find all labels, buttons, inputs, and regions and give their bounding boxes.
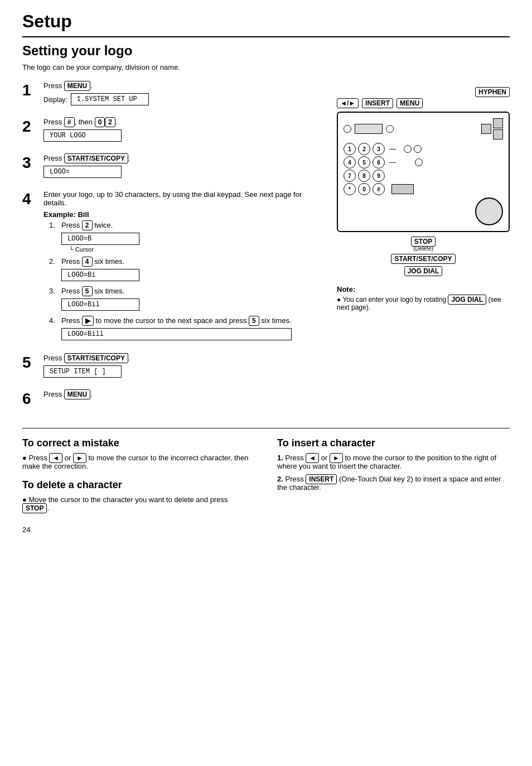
sub-step-2-text: Press 4 six times. [61,257,139,266]
nav-arrow-key: ◄/► [337,98,359,108]
ssc-key-3: START/SET/COPY [64,153,128,163]
keypad-row-4: * 0 # [344,183,503,195]
indicator-circle-2 [386,125,394,133]
inner-device: 1 2 3 — 4 5 6 — [337,112,510,232]
right-column: HYPHEN ◄/► INSERT MENU [337,81,510,415]
menu-key-device: MENU [396,98,423,108]
sub-step-3-num: 3. [49,287,61,295]
two-key: 2 [105,117,115,127]
step-2: 2 Press #, then 02. YOUR LOGO [22,118,326,146]
stop-btn-area: STOP (Delete) [411,237,436,252]
step-4-text: Enter your logo, up to 30 characters, by… [43,190,326,207]
left-indicators [344,124,394,134]
step-4: 4 Enter your logo, up to 30 characters, … [22,190,326,346]
note-text: You can enter your logo by rotating JOG … [337,296,510,311]
mid-circle-1 [404,145,412,153]
sub-step-1-num: 1. [49,221,61,229]
num-btn-1: 1 [344,143,356,155]
sub-step-3-text: Press 5 six times. [61,287,139,295]
display-sub1: LOGO=B [61,233,139,245]
stop-sublabel: (Delete) [411,245,436,252]
bottom-section: To correct a mistake Press ◄ or ► to mov… [22,428,510,514]
section-title: Setting your logo [22,43,510,59]
ssc-key-device: START/SET/COPY [391,254,455,264]
sub-step-3-content: Press 5 six times. LOGO=Bil [61,287,139,313]
mid-circle-3 [415,158,423,166]
step-4-content: Enter your logo, up to 30 characters, by… [43,190,326,346]
num-btn-hash: # [373,183,385,195]
indicator-circle-1 [344,125,351,133]
insert-key: INSERT [362,98,393,108]
insert-key-bottom: INSERT [306,474,337,484]
jog-dial-note: JOG DIAL [448,295,486,305]
func-rect [391,184,414,194]
display-sub4: LOGO=Bill [61,328,292,340]
small-rect-top [481,124,491,134]
key-2-sub1: 2 [82,220,93,230]
display-box-3: LOGO= [43,166,122,178]
main-content: 1 Press MENU. Display: 1.SYSTEM SET UP 2… [22,81,510,415]
step-5-number: 5 [22,354,43,370]
step-2-content: Press #, then 02. YOUR LOGO [43,118,326,146]
correct-title: To correct a mistake [22,437,255,449]
right-indicators [481,118,503,139]
hash-key: # [64,117,75,127]
sub-step-1: 1. Press 2 twice. LOGO=B Cursor [49,221,326,254]
right-small-rects [493,118,503,139]
nav-row: ◄/► INSERT MENU [337,98,510,108]
display-sub3: LOGO=Bil [61,298,139,311]
note-box: Note: You can enter your logo by rotatin… [337,285,510,311]
display-box-1: 1.SYSTEM SET UP [71,93,149,105]
sub-step-3: 3. Press 5 six times. LOGO=Bil [49,287,326,313]
display-box-5: SETUP ITEM [ ] [43,365,122,378]
small-rect-2 [493,129,503,139]
sub-step-4: 4. Press ▶ to move the cursor to the nex… [49,316,326,343]
jog-dial-circle [475,197,503,225]
sub-step-2-num: 2. [49,257,61,266]
row2-space [415,158,423,166]
delete-text: Move the cursor to the character you wan… [22,495,255,512]
stop-key-delete: STOP [22,503,47,513]
insert-title: To insert a character [277,437,510,449]
num-btn-8: 8 [358,170,370,182]
num-btn-2: 2 [358,143,370,155]
insert-step-2: 2. Press INSERT (One-Touch Dial key 2) t… [277,475,510,492]
num-btn-7: 7 [344,170,356,182]
device-wrapper: HYPHEN ◄/► INSERT MENU [337,87,510,276]
dial-area [344,197,503,225]
keypad-area: 1 2 3 — 4 5 6 — [344,143,503,195]
step-1-display-row: Display: 1.SYSTEM SET UP [43,92,326,108]
example-label: Example: Bill [43,210,326,219]
sub-step-4-num: 4. [49,316,61,325]
ssc-key-5: START/SET/COPY [64,353,128,363]
note-title: Note: [337,285,510,293]
step-3-number: 3 [22,154,43,171]
display-box-2: YOUR LOGO [43,129,122,142]
step-5-content: Press START/SET/COPY. SETUP ITEM [ ] [43,354,326,382]
page-number: 24 [22,526,510,534]
step-3: 3 Press START/SET/COPY. LOGO= [22,154,326,182]
mid-circle-2 [414,145,422,153]
intro-text: The logo can be your company, division o… [22,63,510,71]
insert-step-1: 1. Press ◄ or ► to move the cursor to th… [277,454,510,470]
sub-step-1-text: Press 2 twice. [61,221,139,229]
keypad-row-1: 1 2 3 — [344,143,503,155]
step-1: 1 Press MENU. Display: 1.SYSTEM SET UP [22,81,326,110]
key-5-sub3: 5 [82,286,93,296]
num-btn-3: 3 [373,143,385,155]
num-btn-6: 6 [373,156,385,168]
right-arrow-insert: ► [330,453,343,463]
small-rect-1 [493,118,503,128]
left-column: 1 Press MENU. Display: 1.SYSTEM SET UP 2… [22,81,326,415]
jog-key-device: JOG DIAL [404,266,443,276]
keypad-row-2: 4 5 6 — [344,156,503,168]
step-1-number: 1 [22,81,43,98]
step-2-text: Press #, then 02. [43,118,326,126]
num-btn-5: 5 [358,156,370,168]
sub-step-4-content: Press ▶ to move the cursor to the next s… [61,316,292,343]
step-1-text: Press MENU. [43,81,326,90]
step-6-text: Press MENU. [43,390,326,398]
step-3-content: Press START/SET/COPY. LOGO= [43,154,326,182]
indicator-row-top [344,118,503,139]
left-arrow-insert: ◄ [306,453,319,463]
